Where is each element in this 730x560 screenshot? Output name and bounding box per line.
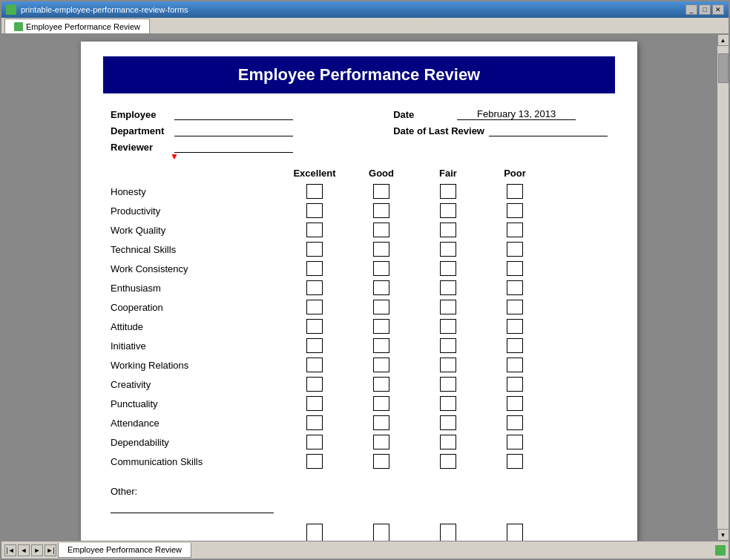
checkbox-work-quality-fair[interactable]	[440, 223, 456, 237]
document-area[interactable]: Employee Performance Review ▼ Employee D…	[1, 34, 717, 541]
prev-sheet-button[interactable]: ◄	[18, 544, 30, 556]
checkbox-working-relations-fair[interactable]	[440, 358, 456, 372]
checkbox-working-relations-poor[interactable]	[507, 358, 523, 372]
checkbox-other-excellent[interactable]	[306, 524, 323, 541]
date-value[interactable]: February 13, 2013	[457, 108, 576, 120]
sheet-tab-active[interactable]: Employee Performance Review	[4, 19, 150, 33]
checkbox-work-consistency-poor[interactable]	[507, 261, 523, 276]
table-row: Attitude	[111, 317, 608, 336]
scroll-up-button[interactable]: ▲	[717, 34, 729, 46]
checkbox-group-initiative	[281, 338, 548, 353]
checkbox-enthusiasm-poor[interactable]	[507, 280, 523, 295]
checkbox-technical-skills-excellent[interactable]	[306, 242, 323, 257]
checkbox-punctuality-excellent[interactable]	[306, 396, 323, 411]
checkbox-group-creativity	[281, 377, 548, 392]
checkbox-productivity-poor[interactable]	[507, 203, 523, 218]
checkbox-cooperation-excellent[interactable]	[306, 300, 323, 314]
scrollbar-right[interactable]: ▲ ▼	[717, 34, 729, 541]
criteria-honesty: Honesty	[111, 186, 281, 197]
poor-header: Poor	[481, 168, 548, 179]
checkbox-cooperation-good[interactable]	[373, 300, 389, 314]
checkbox-work-quality-good[interactable]	[373, 223, 389, 237]
checkbox-attendance-excellent[interactable]	[306, 415, 323, 430]
checkbox-dependability-good[interactable]	[373, 435, 389, 449]
scroll-track[interactable]	[717, 46, 729, 529]
checkbox-productivity-fair[interactable]	[440, 203, 456, 218]
close-button[interactable]: ✕	[712, 4, 724, 15]
scroll-thumb[interactable]	[718, 53, 729, 83]
checkbox-attitude-excellent[interactable]	[306, 319, 323, 334]
checkbox-enthusiasm-fair[interactable]	[440, 280, 456, 295]
checkbox-attendance-fair[interactable]	[440, 415, 456, 430]
checkbox-work-consistency-good[interactable]	[373, 261, 389, 276]
checkbox-work-quality-excellent[interactable]	[306, 223, 323, 237]
checkbox-creativity-fair[interactable]	[440, 377, 456, 392]
checkbox-technical-skills-fair[interactable]	[440, 242, 456, 257]
bottom-bar: |◄ ◄ ► ►| Employee Performance Review	[1, 541, 729, 559]
sheet-tab-bottom[interactable]: Employee Performance Review	[58, 543, 191, 558]
maximize-button[interactable]: □	[699, 4, 711, 15]
checkbox-honesty-poor[interactable]	[507, 184, 523, 199]
checkbox-initiative-poor[interactable]	[507, 338, 523, 353]
checkbox-attendance-good[interactable]	[373, 415, 389, 430]
checkbox-communication-skills-good[interactable]	[373, 454, 389, 469]
checkbox-initiative-fair[interactable]	[440, 338, 456, 353]
last-review-input[interactable]	[489, 125, 608, 136]
checkbox-attitude-poor[interactable]	[507, 319, 523, 334]
checkbox-attendance-poor[interactable]	[507, 415, 523, 430]
checkbox-productivity-excellent[interactable]	[306, 203, 323, 218]
checkbox-creativity-good[interactable]	[373, 377, 389, 392]
criteria-working-relations: Working Relations	[111, 360, 281, 371]
checkbox-punctuality-poor[interactable]	[507, 396, 523, 411]
checkbox-enthusiasm-excellent[interactable]	[306, 280, 323, 295]
checkbox-productivity-good[interactable]	[373, 203, 389, 218]
employee-input[interactable]	[174, 108, 293, 120]
checkbox-other-fair[interactable]	[440, 524, 456, 541]
checkbox-dependability-poor[interactable]	[507, 435, 523, 449]
checkbox-work-quality-poor[interactable]	[507, 223, 523, 237]
first-sheet-button[interactable]: |◄	[4, 544, 16, 556]
next-sheet-button[interactable]: ►	[31, 544, 43, 556]
checkbox-attitude-fair[interactable]	[440, 319, 456, 334]
checkbox-dependability-fair[interactable]	[440, 435, 456, 449]
checkbox-group-cooperation	[281, 300, 548, 314]
checkbox-working-relations-excellent[interactable]	[306, 358, 323, 372]
checkbox-group-enthusiasm	[281, 280, 548, 295]
checkbox-work-consistency-excellent[interactable]	[306, 261, 323, 276]
checkbox-communication-skills-poor[interactable]	[507, 454, 523, 469]
criteria-technical-skills: Technical Skills	[111, 244, 281, 255]
checkbox-communication-skills-excellent[interactable]	[306, 454, 323, 469]
checkbox-honesty-good[interactable]	[373, 184, 389, 199]
reviewer-input[interactable]	[174, 141, 293, 153]
table-row: Cooperation	[111, 297, 608, 317]
checkbox-dependability-excellent[interactable]	[306, 435, 323, 449]
checkbox-honesty-excellent[interactable]	[306, 184, 323, 199]
criteria-punctuality: Punctuality	[111, 398, 281, 409]
checkbox-creativity-poor[interactable]	[507, 377, 523, 392]
scroll-down-button[interactable]: ▼	[717, 529, 729, 541]
checkbox-enthusiasm-good[interactable]	[373, 280, 389, 295]
checkbox-initiative-good[interactable]	[373, 338, 389, 353]
checkbox-attitude-good[interactable]	[373, 319, 389, 334]
last-sheet-button[interactable]: ►|	[45, 544, 56, 556]
checkbox-other-good[interactable]	[373, 524, 389, 541]
department-input[interactable]	[174, 125, 293, 136]
checkbox-technical-skills-poor[interactable]	[507, 242, 523, 257]
checkbox-cooperation-poor[interactable]	[507, 300, 523, 314]
checkbox-work-consistency-fair[interactable]	[440, 261, 456, 276]
checkbox-punctuality-good[interactable]	[373, 396, 389, 411]
checkbox-creativity-excellent[interactable]	[306, 377, 323, 392]
checkbox-working-relations-good[interactable]	[373, 358, 389, 372]
checkbox-other-poor[interactable]	[507, 524, 523, 541]
checkbox-communication-skills-fair[interactable]	[440, 454, 456, 469]
checkbox-initiative-excellent[interactable]	[306, 338, 323, 353]
other-input[interactable]	[111, 501, 274, 513]
checkbox-technical-skills-good[interactable]	[373, 242, 389, 257]
checkbox-punctuality-fair[interactable]	[440, 396, 456, 411]
minimize-button[interactable]: _	[685, 4, 697, 15]
red-arrow-indicator: ▼	[170, 151, 179, 162]
checkbox-honesty-fair[interactable]	[440, 184, 456, 199]
checkbox-cooperation-fair[interactable]	[440, 300, 456, 314]
date-label: Date	[393, 109, 453, 120]
criteria-work-quality: Work Quality	[111, 225, 281, 236]
